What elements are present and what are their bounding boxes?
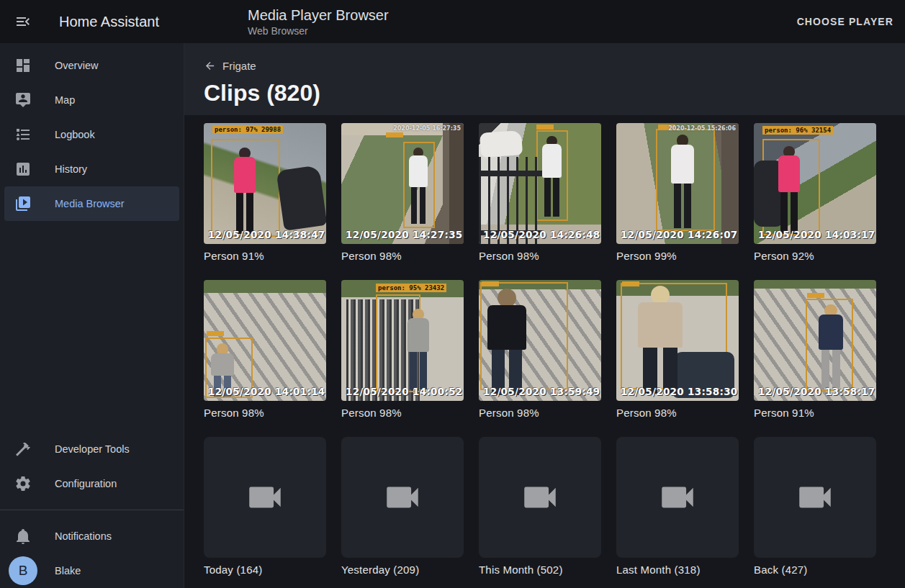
app-header-left: Home Assistant	[0, 13, 184, 30]
tooltip-account-icon	[14, 91, 32, 109]
clip-card[interactable]: 12/05/2020 13:58:30 Person 98%	[616, 280, 739, 419]
clip-card[interactable]: 12/05/2020 13:59:49 Person 98%	[479, 280, 601, 419]
folder-caption: This Month (502)	[479, 564, 601, 576]
sidebar-spacer	[0, 221, 184, 432]
camera-overlay: 2020-12-05 16:27:35	[393, 125, 461, 132]
clip-timestamp: 12/05/2020 14:26:48	[483, 229, 600, 240]
gear-icon	[14, 475, 32, 492]
clip-caption: Person 98%	[479, 250, 601, 262]
video-icon	[382, 476, 423, 518]
sidebar-item-developer-tools[interactable]: Developer Tools	[4, 432, 179, 466]
person-figure	[817, 304, 845, 388]
sidebar-item-label: Configuration	[55, 478, 117, 489]
clip-card[interactable]: 12/05/2020 14:01:14 Person 98%	[204, 280, 326, 419]
clips-grid: person: 97% 29988 12/05/2020 14:38:47 Pe…	[184, 115, 905, 576]
sidebar-item-logbook[interactable]: Logbook	[4, 117, 179, 152]
person-figure	[408, 148, 429, 224]
avatar: B	[9, 556, 37, 585]
sidebar-item-label: Overview	[55, 60, 98, 71]
sidebar: Overview Map Logbook History Media Brows…	[0, 43, 184, 588]
person-figure	[777, 146, 801, 234]
detection-chip	[386, 132, 403, 137]
folder-tile	[341, 437, 464, 558]
clip-thumbnail: 12/05/2020 13:59:49	[479, 280, 601, 401]
sidebar-item-overview[interactable]: Overview	[4, 48, 179, 83]
sidebar-item-history[interactable]: History	[4, 152, 179, 186]
folder-tile	[204, 437, 326, 558]
detection-chip: person: 95% 23432	[376, 284, 446, 292]
person-figure	[233, 148, 257, 234]
folder-caption: Yesterday (209)	[341, 564, 464, 576]
clip-timestamp: 12/05/2020 13:59:49	[483, 386, 600, 397]
sidebar-item-label: Notifications	[55, 530, 112, 542]
folder-tile	[479, 437, 601, 558]
clip-card[interactable]: person: 97% 29988 12/05/2020 14:38:47 Pe…	[204, 123, 326, 262]
bell-icon	[14, 528, 32, 545]
clip-thumbnail: person: 95% 23432 12/05/2020 14:00:52	[341, 280, 464, 401]
clip-card[interactable]: person: 95% 23432 12/05/2020 14:00:52 Pe…	[341, 280, 464, 419]
breadcrumb-label: Frigate	[222, 60, 256, 72]
sidebar-item-label: Developer Tools	[55, 443, 130, 455]
folder-caption: Back (427)	[754, 564, 876, 576]
folder-card-yesterday[interactable]: Yesterday (209)	[341, 437, 464, 576]
clip-thumbnail: 2020-12-05 15:26:06 12/05/2020 14:26:07	[616, 123, 739, 244]
menu-toggle-button[interactable]	[14, 13, 32, 30]
clip-caption: Person 91%	[204, 250, 326, 262]
person-figure	[406, 309, 431, 389]
clip-card[interactable]: 2020-12-05 16:27:35 12/05/2020 14:27:35 …	[341, 123, 464, 262]
clip-caption: Person 98%	[341, 250, 464, 262]
media-player-header: Media Player Browser Web Browser	[184, 6, 785, 37]
sidebar-item-media-browser[interactable]: Media Browser	[4, 186, 179, 221]
clip-caption: Person 91%	[754, 407, 876, 419]
sidebar-item-notifications[interactable]: Notifications	[4, 519, 179, 553]
clip-caption: Person 99%	[616, 250, 739, 262]
detection-chip: person: 97% 29988	[212, 125, 283, 134]
person-figure	[670, 135, 695, 228]
clip-thumbnail: 2020-12-05 16:27:35 12/05/2020 14:27:35	[341, 123, 464, 244]
clip-timestamp: 12/05/2020 14:27:35	[346, 229, 463, 240]
media-browser-header: Frigate Clips (820)	[184, 43, 905, 115]
sidebar-item-configuration[interactable]: Configuration	[4, 466, 179, 501]
detection-chip: person: 96% 32154	[762, 126, 833, 135]
clip-thumbnail: 12/05/2020 13:58:30	[616, 280, 739, 401]
folder-caption: Last Month (318)	[616, 564, 739, 576]
clip-caption: Person 98%	[479, 407, 601, 419]
clip-thumbnail: 12/05/2020 14:01:14	[204, 280, 326, 401]
detection-chip	[536, 125, 554, 130]
sidebar-divider	[0, 510, 184, 510]
folder-card-last-month[interactable]: Last Month (318)	[616, 437, 739, 576]
main-content: Frigate Clips (820) person: 97% 29988 12…	[184, 43, 905, 588]
folder-card-today[interactable]: Today (164)	[204, 437, 326, 576]
arrow-left-icon	[204, 60, 216, 72]
clip-caption: Person 92%	[754, 250, 876, 262]
menu-open-icon	[14, 13, 32, 30]
app-header: Home Assistant Media Player Browser Web …	[0, 0, 905, 43]
breadcrumb-back-link[interactable]: Frigate	[204, 59, 256, 72]
app-title: Home Assistant	[59, 14, 159, 30]
person-figure	[635, 286, 685, 394]
sidebar-item-map[interactable]: Map	[4, 83, 179, 117]
camera-overlay: 2020-12-05 15:26:06	[668, 125, 736, 132]
page-title: Clips (820)	[204, 78, 905, 107]
clip-card[interactable]: 2020-12-05 15:26:06 12/05/2020 14:26:07 …	[616, 123, 739, 262]
sidebar-item-label: History	[55, 163, 87, 175]
detection-chip	[207, 331, 224, 336]
user-name-label: Blake	[55, 565, 81, 576]
clip-timestamp: 12/05/2020 13:58:30	[621, 386, 738, 397]
sidebar-item-label: Media Browser	[55, 198, 125, 209]
sidebar-item-user-profile[interactable]: B Blake	[4, 553, 179, 588]
choose-player-button[interactable]: CHOOSE PLAYER	[785, 9, 905, 35]
video-icon	[244, 476, 286, 518]
format-list-bulleted-icon	[14, 126, 32, 143]
detection-chip	[807, 293, 824, 298]
media-player-title: Media Player Browser	[248, 6, 785, 24]
clip-card[interactable]: 12/05/2020 14:26:48 Person 98%	[479, 123, 601, 262]
clip-card[interactable]: 12/05/2020 13:58:17 Person 91%	[754, 280, 876, 419]
clip-timestamp: 12/05/2020 14:01:14	[208, 386, 325, 397]
hammer-icon	[14, 440, 32, 458]
folder-card-back[interactable]: Back (427)	[754, 437, 876, 576]
folder-caption: Today (164)	[204, 564, 326, 576]
clip-card[interactable]: person: 96% 32154 12/05/2020 14:03:17 Pe…	[754, 123, 876, 262]
folder-tile	[754, 437, 876, 558]
folder-card-this-month[interactable]: This Month (502)	[479, 437, 601, 576]
